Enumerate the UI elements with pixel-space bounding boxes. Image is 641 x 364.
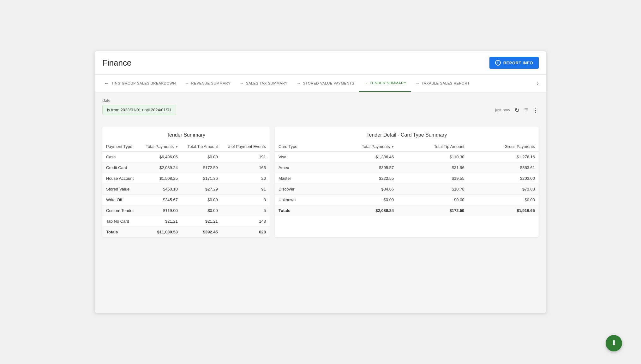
card-totals-payments: $2,089.24 (324, 205, 398, 216)
col-total-payments[interactable]: Total Payments ▾ (140, 142, 182, 152)
events-cell: 8 (222, 195, 270, 205)
col-card-total-tip: Total Tip Amount (398, 142, 468, 152)
card-total-payments-cell: $0.00 (324, 195, 398, 205)
card-type-cell: Unknown (275, 195, 324, 205)
filter-icon[interactable]: ≡ (524, 106, 528, 114)
card-totals-tip: $172.59 (398, 205, 468, 216)
total-tip-cell: $171.36 (182, 173, 222, 184)
col-card-type: Card Type (275, 142, 324, 152)
card-total-payments-cell: $1,386.46 (324, 152, 398, 162)
date-chip[interactable]: is from 2023/01/01 until 2024/01/01 (102, 105, 176, 115)
header: Finance i REPORT INFO (95, 51, 546, 75)
date-label: Date (102, 98, 176, 103)
card-total-tip-cell: $19.55 (398, 173, 468, 184)
total-payments-cell: $460.10 (140, 184, 182, 195)
events-cell: 91 (222, 184, 270, 195)
gross-payments-cell: $0.00 (468, 195, 539, 205)
tender-summary-card: Tender Summary Payment Type Total Paymen… (102, 126, 270, 237)
card-total-payments-cell: $222.55 (324, 173, 398, 184)
table-row: House Account $1,508.25 $171.36 20 (102, 173, 270, 184)
col-total-tip: Total Tip Amount (182, 142, 222, 152)
col-card-total-payments[interactable]: Total Payments ▾ (324, 142, 398, 152)
tab-stored-value-payments[interactable]: → STORED VALUE PAYMENTS (292, 75, 359, 91)
tender-summary-header-row: Payment Type Total Payments ▾ Total Tip … (102, 142, 270, 152)
refresh-icon[interactable]: ↻ (514, 106, 520, 114)
tab-taxable-sales-report[interactable]: → TAXABLE SALES REPORT (411, 75, 474, 91)
content-area: Date is from 2023/01/01 until 2024/01/01… (95, 92, 546, 313)
payment-type-cell: Custom Tender (102, 205, 140, 216)
sort-icon-2: ▾ (392, 145, 394, 149)
card-total-tip-cell: $31.96 (398, 162, 468, 173)
events-cell: 165 (222, 162, 270, 173)
col-events: # of Payment Events (222, 142, 270, 152)
table-row: Credit Card $2,089.24 $172.59 165 (102, 162, 270, 173)
tender-summary-title: Tender Summary (102, 126, 270, 142)
events-cell: 148 (222, 216, 270, 227)
toolbar-right: just now ↻ ≡ ⋮ (495, 106, 539, 114)
tables-row: Tender Summary Payment Type Total Paymen… (102, 126, 539, 237)
card-type-summary-card: Tender Detail - Card Type Summary Card T… (275, 126, 539, 237)
page-title: Finance (102, 58, 132, 68)
tab-tender-summary[interactable]: → TENDER SUMMARY (359, 75, 411, 92)
card-total-payments-cell: $395.57 (324, 162, 398, 173)
table-row: Custom Tender $119.00 $0.00 5 (102, 205, 270, 216)
tab-tender-summary-label: TENDER SUMMARY (370, 81, 406, 85)
nav-tabs: ← TING GROUP SALES BREAKDOWN → REVENUE S… (95, 75, 546, 92)
back-arrow-icon: ← (104, 80, 110, 86)
table-row: Stored Value $460.10 $27.29 91 (102, 184, 270, 195)
arrow-icon-5: → (415, 81, 420, 86)
totals-label: Totals (102, 227, 140, 238)
info-icon: i (495, 60, 501, 66)
tab-taxable-sales-report-label: TAXABLE SALES REPORT (422, 81, 470, 85)
sort-icon: ▾ (176, 145, 178, 149)
more-options-icon[interactable]: ⋮ (532, 106, 539, 114)
card-type-summary-title: Tender Detail - Card Type Summary (275, 126, 539, 142)
tab-revenue-summary-label: REVENUE SUMMARY (191, 81, 231, 85)
payment-type-cell: Cash (102, 152, 140, 162)
tab-ting-group[interactable]: ← TING GROUP SALES BREAKDOWN (100, 75, 180, 92)
total-payments-cell: $345.67 (140, 195, 182, 205)
total-payments-cell: $119.00 (140, 205, 182, 216)
table-row: Master $222.55 $19.55 $203.00 (275, 173, 539, 184)
date-section: Date is from 2023/01/01 until 2024/01/01 (102, 98, 176, 115)
content-toolbar: Date is from 2023/01/01 until 2024/01/01… (102, 98, 539, 121)
gross-payments-cell: $73.88 (468, 184, 539, 195)
totals-row: Totals $11,039.53 $392.45 628 (102, 227, 270, 238)
download-fab-button[interactable]: ⬇ (606, 335, 622, 351)
card-totals-label: Totals (275, 205, 324, 216)
tender-summary-table: Payment Type Total Payments ▾ Total Tip … (102, 142, 270, 237)
payment-type-cell: House Account (102, 173, 140, 184)
card-type-cell: Visa (275, 152, 324, 162)
table-row: Cash $6,496.06 $0.00 191 (102, 152, 270, 162)
gross-payments-cell: $363.61 (468, 162, 539, 173)
card-type-cell: Amex (275, 162, 324, 173)
arrow-icon-3: → (297, 81, 301, 86)
totals-payments: $11,039.53 (140, 227, 182, 238)
total-payments-cell: $21.21 (140, 216, 182, 227)
report-info-button[interactable]: i REPORT INFO (489, 57, 539, 69)
tab-sales-tax-summary[interactable]: → SALES TAX SUMMARY (235, 75, 292, 91)
table-row: Tab No Card $21.21 $21.21 148 (102, 216, 270, 227)
card-type-cell: Master (275, 173, 324, 184)
download-icon: ⬇ (611, 339, 617, 347)
col-gross-payments: Gross Payments (468, 142, 539, 152)
app-window: Finance i REPORT INFO ← TING GROUP SALES… (95, 51, 546, 313)
total-tip-cell: $0.00 (182, 195, 222, 205)
card-totals-row: Totals $2,089.24 $172.59 $1,916.65 (275, 205, 539, 216)
card-type-header-row: Card Type Total Payments ▾ Total Tip Amo… (275, 142, 539, 152)
table-row: Write Off $345.67 $0.00 8 (102, 195, 270, 205)
nav-chevron-right-icon[interactable]: › (534, 78, 541, 89)
card-totals-gross: $1,916.65 (468, 205, 539, 216)
payment-type-cell: Stored Value (102, 184, 140, 195)
date-value: is from 2023/01/01 until 2024/01/01 (107, 108, 171, 112)
payment-type-cell: Write Off (102, 195, 140, 205)
tab-revenue-summary[interactable]: → REVENUE SUMMARY (180, 75, 235, 91)
gross-payments-cell: $1,276.16 (468, 152, 539, 162)
gross-payments-cell: $203.00 (468, 173, 539, 184)
total-payments-cell: $1,508.25 (140, 173, 182, 184)
totals-tip: $392.45 (182, 227, 222, 238)
total-tip-cell: $172.59 (182, 162, 222, 173)
total-tip-cell: $0.00 (182, 205, 222, 216)
total-payments-cell: $6,496.06 (140, 152, 182, 162)
totals-events: 628 (222, 227, 270, 238)
